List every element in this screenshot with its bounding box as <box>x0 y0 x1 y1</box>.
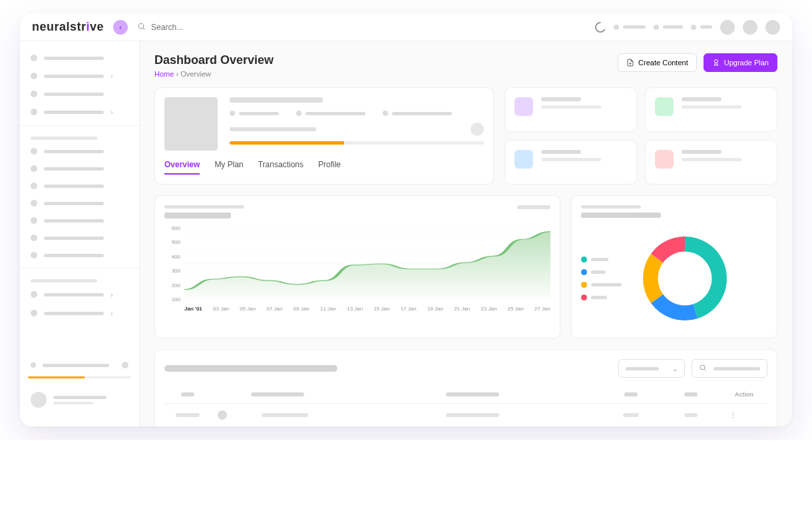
award-icon <box>712 59 720 67</box>
topbar: neuralstrive ‹ <box>20 13 792 41</box>
top-stat-2[interactable] <box>654 25 683 30</box>
page-title: Dashboard Overview <box>154 53 274 67</box>
table-action-header: Action <box>721 386 767 404</box>
svg-line-1 <box>143 28 144 29</box>
table-row[interactable]: ⋮ <box>164 404 767 427</box>
stat-card[interactable] <box>645 140 777 185</box>
svg-point-0 <box>138 23 144 29</box>
stat-card[interactable] <box>645 87 777 132</box>
brand-logo: neuralstrive <box>32 20 104 34</box>
profile-tabs: Overview My Plan Transactions Profile <box>164 160 484 175</box>
sidebar-section-header <box>20 130 139 143</box>
table-filter-select[interactable]: ⌄ <box>618 359 685 378</box>
sidebar-item[interactable]: › <box>20 304 139 322</box>
sidebar: › › › › <box>20 41 140 426</box>
table-search[interactable] <box>692 359 767 378</box>
sidebar-item[interactable] <box>20 247 139 264</box>
table-card: ⌄ <box>154 349 777 426</box>
sidebar-item[interactable] <box>20 177 139 195</box>
top-stat-1[interactable] <box>614 25 646 30</box>
stat-card[interactable] <box>505 87 637 132</box>
donut-legend <box>581 256 622 300</box>
chevron-right-icon: › <box>110 290 113 298</box>
sidebar-item[interactable] <box>20 143 139 160</box>
tab-myplan[interactable]: My Plan <box>214 160 243 175</box>
donut-chart-card <box>571 195 777 338</box>
donut-chart <box>635 229 735 328</box>
theme-toggle[interactable] <box>595 22 606 33</box>
chevron-right-icon: › <box>110 72 113 80</box>
sidebar-section-header <box>20 272 139 285</box>
breadcrumb-home[interactable]: Home <box>154 70 174 78</box>
breadcrumb: Home › Overview <box>154 70 274 78</box>
topbar-right <box>595 20 780 35</box>
profile-card: Overview My Plan Transactions Profile <box>154 87 494 185</box>
breadcrumb-current: Overview <box>180 70 211 78</box>
upgrade-plan-button[interactable]: Upgrade Plan <box>704 53 777 72</box>
sidebar-usage-bar <box>28 376 131 378</box>
top-stat-3[interactable] <box>691 25 712 30</box>
svg-line-12 <box>704 369 706 370</box>
chevron-right-icon: › <box>110 309 113 317</box>
tab-transactions[interactable]: Transactions <box>258 160 304 175</box>
area-chart-card: 600500400300200100 Jan '0103 Jan05 Jan07… <box>154 195 560 338</box>
sidebar-item[interactable]: › <box>20 103 139 121</box>
sidebar-item[interactable] <box>20 195 139 212</box>
sidebar-usage[interactable] <box>28 358 131 372</box>
stat-cards <box>505 87 777 185</box>
sidebar-footer <box>20 351 139 418</box>
search-icon <box>699 364 707 373</box>
sidebar-item[interactable] <box>20 49 139 67</box>
sidebar-item[interactable] <box>20 212 139 229</box>
create-content-button[interactable]: Create Content <box>618 53 697 72</box>
topbar-avatar-3[interactable] <box>765 20 780 35</box>
main-content: Dashboard Overview Home › Overview Creat… <box>140 41 792 426</box>
area-chart: 600500400300200100 Jan '0103 Jan05 Jan07… <box>164 225 550 312</box>
file-plus-icon <box>626 59 634 67</box>
sidebar-user[interactable] <box>28 388 131 412</box>
search-icon <box>137 22 146 33</box>
tab-profile[interactable]: Profile <box>318 160 341 175</box>
chevron-down-icon: ⌄ <box>672 365 678 372</box>
sidebar-collapse-button[interactable]: ‹ <box>113 20 128 35</box>
global-search[interactable] <box>137 22 586 33</box>
data-table: Action ⋮ <box>164 386 767 426</box>
sidebar-item[interactable]: › <box>20 67 139 85</box>
profile-image <box>164 97 218 151</box>
svg-point-11 <box>700 365 705 370</box>
chevron-left-icon: ‹ <box>119 23 122 32</box>
profile-progress <box>230 141 484 145</box>
topbar-avatar-2[interactable] <box>743 20 757 35</box>
app-window: neuralstrive ‹ › › <box>20 13 792 426</box>
sidebar-item[interactable] <box>20 85 139 103</box>
tab-overview[interactable]: Overview <box>164 160 200 175</box>
svg-point-4 <box>714 60 717 63</box>
topbar-avatar-1[interactable] <box>720 20 735 35</box>
sidebar-item[interactable]: › <box>20 285 139 304</box>
chevron-right-icon: › <box>110 108 113 116</box>
page-header: Dashboard Overview Home › Overview Creat… <box>154 53 777 78</box>
sidebar-item[interactable] <box>20 229 139 247</box>
stat-card[interactable] <box>505 140 637 185</box>
sidebar-item[interactable] <box>20 160 139 177</box>
search-input[interactable] <box>151 23 284 32</box>
row-menu-button[interactable]: ⋮ <box>727 411 738 420</box>
plan-badge <box>471 123 484 136</box>
user-avatar <box>31 392 47 408</box>
